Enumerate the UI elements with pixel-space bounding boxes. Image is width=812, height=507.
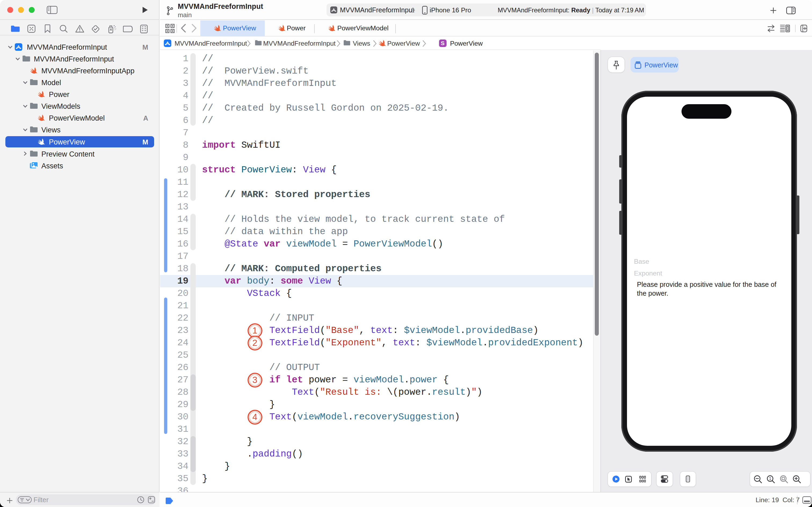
svg-text:1: 1	[769, 476, 771, 481]
